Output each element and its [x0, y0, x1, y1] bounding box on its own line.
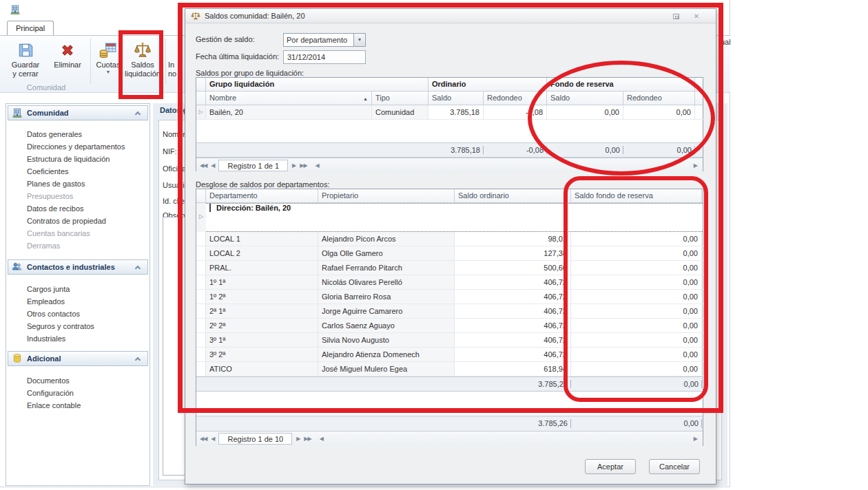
sidebar-item-seguros[interactable]: Seguros y contratos — [27, 320, 147, 332]
collapse-chevron-icon[interactable] — [135, 111, 141, 116]
cell-propietario: Jorge Aguirre Camarero — [318, 304, 455, 319]
column-header-saldo-fondo-reserva[interactable]: Saldo fondo de reserva — [571, 189, 702, 202]
sidebar-item-cargos-junta[interactable]: Cargos junta — [27, 283, 147, 295]
delete-button[interactable]: Eliminar — [48, 38, 87, 85]
cell-tipo: Comunidad — [372, 105, 428, 120]
sidebar-item-industriales[interactable]: Industriales — [27, 332, 147, 345]
total-saldo-ordinario: 3.785,18 — [428, 143, 484, 157]
panel-caption: Datos g — [160, 106, 187, 114]
sidebar-item-estructura[interactable]: Estructura de liquidación — [27, 153, 147, 165]
column-header-saldo-ordinario[interactable]: Saldo — [428, 92, 484, 105]
sidebar-item-datos-generales[interactable]: Datos generales — [27, 128, 147, 140]
app-logo-building-icon — [10, 4, 21, 17]
pager-next-icon[interactable]: ▶ — [292, 162, 296, 169]
group-header-grupo-liquidacion[interactable]: Grupo liquidación — [206, 78, 428, 91]
pager-prev-icon[interactable]: ◀ — [211, 436, 214, 442]
detail-group-row[interactable]: ▷ Dirección: Bailén, 20 — [196, 203, 703, 232]
sidebar-item-planes-gastos[interactable]: Planes de gastos — [27, 178, 147, 190]
cell-departamento: LOCAL 2 — [206, 246, 318, 261]
tab-principal[interactable]: Principal — [7, 21, 54, 36]
cuotas-button[interactable]: Cuotas ▼ — [94, 38, 123, 85]
sidebar-item-enlace-contable[interactable]: Enlace contable — [27, 399, 147, 412]
saldos-liquidacion-label: Saldos liquidación — [125, 61, 161, 78]
dialog-titlebar[interactable]: Saldos comunidad: Bailén, 20 — [185, 9, 716, 23]
pager-last-icon[interactable]: ▶▶ — [304, 436, 311, 442]
detail-row[interactable]: LOCAL 1 Alejandro Picon Arcos 98,02 0,00 — [196, 232, 703, 246]
pager-prev-icon[interactable]: ◀ — [211, 162, 214, 169]
expand-chevron-icon[interactable] — [209, 203, 211, 212]
column-header-saldo-fondo[interactable]: Saldo — [547, 92, 623, 105]
sidebar-item-datos-recibos[interactable]: Datos de recibos — [27, 202, 147, 215]
sidebar-section-contactos[interactable]: Contactos e industriales — [8, 259, 148, 275]
column-header-nombre[interactable]: Nombre▲ — [206, 92, 372, 105]
detail-row[interactable]: PRAL. Rafael Ferrando Pitarch 500,60 0,0… — [196, 261, 703, 275]
detail-row[interactable]: 1º 2ª Gloria Barreiro Rosa 406,72 0,00 — [196, 290, 703, 304]
collapse-chevron-icon[interactable] — [135, 265, 141, 270]
group-header-ordinario[interactable]: Ordinario — [428, 78, 547, 91]
hscroll-right-icon[interactable]: ▶ — [694, 436, 697, 442]
fecha-liquidacion-input[interactable]: 31/12/2014 — [283, 50, 366, 64]
pager-last-icon[interactable]: ▶▶ — [300, 162, 307, 169]
total-redondeo-ordinario: -0,08 — [484, 143, 547, 157]
cell-redondeo-fondo: 0,00 — [623, 105, 695, 120]
column-header-redondeo-fondo[interactable]: Redondeo — [623, 92, 695, 105]
cuotas-dropdown-icon[interactable]: ▼ — [106, 70, 111, 75]
detail-row[interactable]: 3º 2ª Alejandro Atienza Domenech 406,72 … — [196, 348, 703, 362]
combobox-arrow-icon[interactable]: ▼ — [353, 34, 365, 46]
hscroll-right-icon[interactable]: ▶ — [694, 162, 697, 169]
save-close-button[interactable]: Guardar y cerrar — [6, 38, 45, 85]
pager-label: Registro 1 de 10 — [218, 433, 292, 445]
hscroll-left-icon[interactable]: ◀ — [316, 162, 319, 169]
coins-calendar-icon — [99, 41, 117, 59]
sidebar-item-documentos[interactable]: Documentos — [27, 374, 147, 387]
saldos-liquidacion-button[interactable]: Saldos liquidación — [123, 38, 162, 85]
section-title: Comunidad — [27, 109, 69, 117]
sidebar-item-empleados[interactable]: Empleados — [27, 295, 147, 308]
cell-departamento: 3º 1ª — [206, 333, 318, 348]
sidebar-item-coeficientes[interactable]: Coeficientes — [27, 165, 147, 178]
detail-row[interactable]: 3º 1ª Silvia Novo Augusto 406,72 0,00 — [196, 333, 703, 348]
detail-row[interactable]: 2º 2ª Carlos Saenz Aguayo 406,72 0,00 — [196, 319, 703, 333]
sidebar-item-cuentas[interactable]: Cuentas bancarias — [27, 227, 147, 239]
pager-next-icon[interactable]: ▶ — [296, 436, 300, 442]
master-table-row[interactable]: ▷ Bailén, 20 Comunidad 3.785,18 -0,08 0,… — [196, 105, 703, 120]
field-label-nif: NIF: — [163, 147, 177, 156]
cancel-button[interactable]: Cancelar — [649, 459, 700, 474]
gestion-saldo-combobox[interactable]: Por departamento ▼ — [283, 33, 366, 47]
column-header-departamento[interactable]: Departamento — [206, 189, 318, 202]
detail-row[interactable]: LOCAL 2 Olga Olle Gamero 127,38 0,00 — [196, 246, 703, 261]
detail-row[interactable]: 1º 1ª Nicolás Olivares Perelló 406,72 0,… — [196, 275, 703, 290]
column-header-propietario[interactable]: Propietario — [318, 189, 455, 202]
sidebar-item-presupuestos[interactable]: Presupuestos — [27, 190, 147, 202]
sidebar-item-derramas[interactable]: Derramas — [27, 239, 147, 252]
people-icon — [12, 262, 23, 273]
cell-saldo: 500,60 — [455, 261, 571, 275]
restore-window-button[interactable] — [670, 12, 681, 21]
column-header-tipo[interactable]: Tipo — [372, 92, 428, 105]
sidebar-item-configuracion[interactable]: Configuración — [27, 387, 147, 399]
partial-button-label-1: In — [168, 61, 174, 70]
delete-label: Eliminar — [54, 61, 81, 70]
cell-saldo: 127,38 — [455, 246, 571, 261]
group-header-fondo-reserva[interactable]: Fondo de reserva — [547, 78, 695, 91]
cuotas-label: Cuotas — [96, 61, 121, 70]
cell-departamento: 2ª 1ª — [206, 304, 318, 319]
pager-first-icon[interactable]: ◀◀ — [200, 162, 207, 169]
pager-first-icon[interactable]: ◀◀ — [200, 436, 207, 442]
column-header-saldo-ordinario[interactable]: Saldo ordinario — [455, 189, 571, 202]
sidebar-item-otros-contactos[interactable]: Otros contactos — [27, 308, 147, 320]
detail-row[interactable]: 2ª 1ª Jorge Aguirre Camarero 406,72 0,00 — [196, 304, 703, 319]
detail-row[interactable]: ATICO José Miguel Mulero Egea 618,94 0,0… — [196, 362, 703, 376]
column-header-redondeo-ordinario[interactable]: Redondeo — [484, 92, 547, 105]
sidebar-section-adicional[interactable]: Adicional — [8, 351, 148, 366]
accept-button[interactable]: Aceptar — [585, 459, 636, 474]
sidebar-item-direcciones[interactable]: Direcciones y departamentos — [27, 140, 147, 153]
collapse-chevron-icon[interactable] — [135, 356, 141, 362]
master-totals-row: 3.785,18 -0,08 0,00 0,00 — [196, 142, 703, 158]
hscroll-left-icon[interactable]: ◀ — [320, 436, 323, 442]
close-window-button[interactable]: ✕ — [691, 12, 702, 21]
sidebar-item-contratos[interactable]: Contratos de propiedad — [27, 215, 147, 227]
sidebar-section-comunidad[interactable]: Comunidad — [8, 105, 148, 120]
cell-departamento: PRAL. — [206, 261, 318, 275]
cell-saldo: 98,02 — [455, 232, 571, 246]
